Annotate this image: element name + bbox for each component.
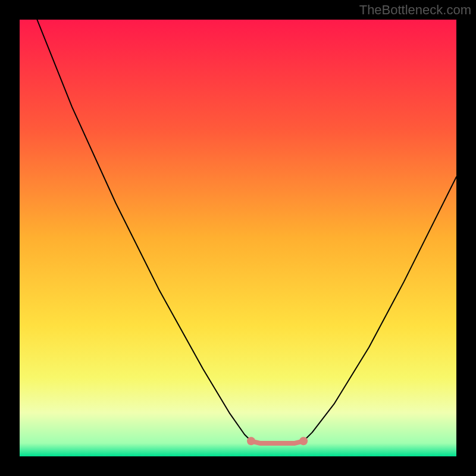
endpoint-marker	[299, 437, 308, 445]
plot-area	[20, 20, 456, 456]
gradient-background	[20, 20, 456, 456]
watermark-text: TheBottleneck.com	[359, 2, 471, 18]
chart-svg	[20, 20, 456, 456]
endpoint-marker	[247, 437, 255, 445]
chart-frame: TheBottleneck.com	[0, 0, 476, 476]
optimal-flat	[251, 441, 303, 443]
